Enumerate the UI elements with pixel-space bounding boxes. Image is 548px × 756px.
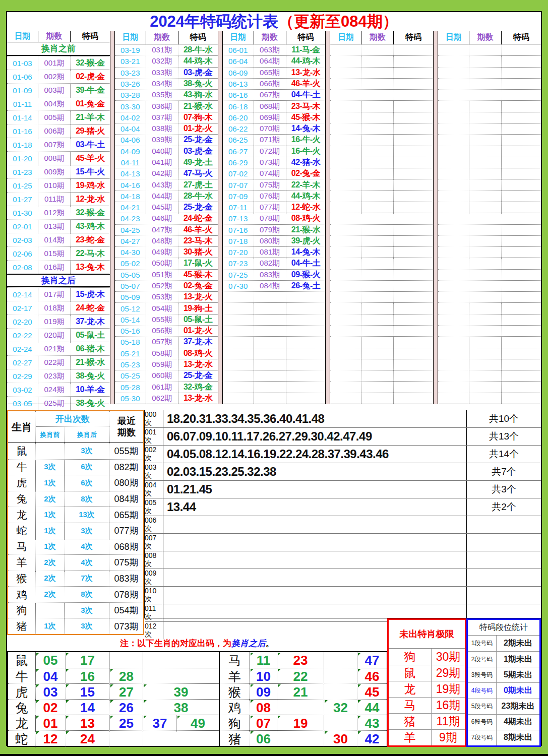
result-date: 02-27: [7, 356, 38, 369]
result-code: 24-蛇-金: [178, 213, 218, 224]
result-row: [438, 44, 541, 55]
result-code: 25-龙-金: [178, 135, 218, 145]
result-date: [223, 359, 254, 370]
zodiac-number-cell: [324, 684, 357, 701]
zodiac-number-cell: 21: [277, 684, 324, 701]
result-date: 06-25: [223, 135, 254, 145]
result-code: [394, 303, 433, 313]
result-date: 06-29: [223, 157, 254, 168]
result-row: 04-21045期25-龙-金: [115, 202, 218, 213]
zodiac-number-cell: [324, 668, 357, 685]
result-period: [361, 191, 394, 202]
result-date: 04-23: [115, 213, 146, 224]
result-period: [469, 168, 502, 179]
result-row: [330, 325, 433, 336]
frequency-label: 006次: [145, 516, 163, 533]
result-row: 01-14005期21-羊-木: [7, 110, 110, 124]
missing-zodiac-periods: 30期: [432, 649, 465, 665]
result-row: [330, 246, 433, 258]
result-row: [330, 112, 433, 123]
result-code: [502, 393, 541, 404]
missing-zodiac-row: 猪11期: [389, 713, 465, 729]
count-after: 3次: [65, 443, 109, 459]
zodiac-stats-row: 兔2次8次084期: [8, 491, 143, 507]
result-row: 01-11004期01-兔-金: [7, 97, 110, 110]
missing-zodiac-periods: 9期: [432, 730, 465, 745]
result-date: [223, 337, 254, 347]
result-code: [394, 359, 433, 370]
result-period: 082期: [254, 258, 286, 269]
result-date: [438, 382, 469, 392]
segment-value: 1期未出: [497, 652, 539, 667]
frequency-count: 共13个: [467, 428, 541, 445]
result-code: [394, 258, 433, 269]
result-code: 13-龙-水: [178, 359, 218, 370]
zodiac-number-row: 蛇1224: [8, 730, 219, 746]
result-code: [394, 90, 433, 100]
result-code: 17-鼠-火: [178, 258, 218, 269]
result-period: 053期: [146, 292, 178, 302]
note: 注：以下生肖的对应出码，为换肖之后。: [7, 635, 387, 651]
zodiac-number-cell: 24: [66, 731, 110, 747]
zodiac-name: 鼠: [8, 443, 36, 459]
zodiac-name: 狗: [220, 715, 250, 732]
result-row: [438, 100, 541, 111]
result-code: [502, 79, 541, 89]
result-row: [330, 55, 433, 67]
result-date: 01-27: [7, 193, 38, 206]
result-row: 05-21058期08-鸡-火: [115, 348, 218, 359]
result-date: 03-30: [115, 101, 146, 111]
result-code: 02-兔-金: [178, 281, 218, 291]
result-period: [361, 337, 394, 347]
result-row: [330, 359, 433, 370]
result-row: [330, 157, 433, 168]
result-date: [223, 370, 254, 381]
frequency-row: 009次: [145, 569, 541, 586]
period-header: 期数: [361, 31, 394, 44]
result-code: [502, 236, 541, 246]
result-row: 01-18007期03-牛-土: [7, 138, 110, 151]
frequency-count: [467, 569, 541, 586]
result-code: 16-牛-火: [286, 135, 326, 145]
result-code: [502, 202, 541, 213]
zodiac-name: 虎: [8, 684, 36, 701]
result-code: [394, 213, 433, 224]
result-code: 08-鸡-火: [178, 348, 218, 359]
result-date: 01-14: [7, 111, 38, 124]
result-period: 010期: [38, 179, 71, 192]
code-header: 特码: [394, 31, 433, 44]
result-period: [361, 123, 394, 134]
result-code: [394, 79, 433, 89]
result-period: [361, 168, 394, 179]
result-row: 07-20081期14-兔-木: [223, 246, 326, 258]
result-date: [330, 168, 361, 179]
result-date: 05-14: [115, 314, 146, 325]
result-code: [394, 112, 433, 123]
result-period: 075期: [254, 179, 286, 190]
result-period: [254, 382, 286, 392]
title-update: （更新至084期）: [278, 11, 398, 32]
result-date: 03-21: [115, 56, 146, 67]
result-row: [438, 191, 541, 202]
result-date: [223, 314, 254, 325]
zodiac-number-cell: 14: [66, 700, 110, 716]
zodiac-name: 羊: [8, 555, 36, 571]
result-row: 03-26034期38-兔-火: [115, 78, 218, 89]
result-row: 04-16043期27-虎-土: [115, 179, 218, 190]
result-row: 01-23009期15-牛-火: [7, 165, 110, 178]
result-period: 049期: [146, 247, 178, 258]
result-period: 054期: [146, 303, 178, 313]
column-separator: [110, 31, 115, 404]
zodiac-name: 蛇: [8, 731, 36, 747]
zodiac-number-cell: [143, 731, 219, 747]
result-code: [502, 123, 541, 134]
column-separator: [325, 31, 330, 404]
result-code: [286, 303, 326, 313]
result-date: 06-18: [223, 101, 254, 111]
result-code: 04-牛-土: [286, 90, 326, 100]
result-code: [394, 326, 433, 336]
frequency-count: [467, 534, 541, 551]
result-row: 06-01063期11-马-金: [223, 44, 326, 55]
segment-stats-rows: 1段号码2期未出2段号码1期未出3段号码5期未出4段号码0期未出5段号码23期未…: [468, 636, 539, 745]
result-row: [438, 302, 541, 313]
